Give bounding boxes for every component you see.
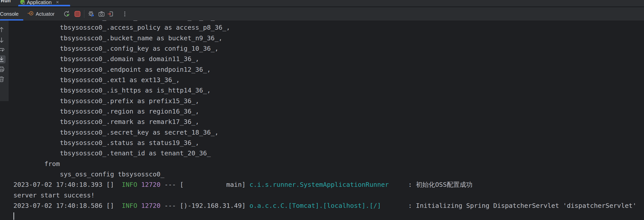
run-tab-strip: Run Application ✕	[0, 0, 644, 7]
console-line: 2023-07-02 17:40:18.586 [] INFO 12720 --…	[13, 200, 644, 211]
console-output: tbsysossco0_.access_key as access_k7_36_…	[0, 21, 644, 220]
console-line: tbsysossco0_.domain as domain11_36_,	[13, 54, 644, 64]
console-line: tbsysossco0_.tenant_id as tenant_20_36_	[13, 148, 644, 158]
console-line: tbsysossco0_.access_key as access_k7_36_…	[13, 21, 644, 22]
camera-icon[interactable]	[98, 11, 105, 17]
console-output-area[interactable]: tbsysossco0_.access_key as access_k7_36_…	[0, 21, 644, 220]
tab-application-label: Application	[27, 0, 52, 5]
console-line: tbsysossco0_.endpoint as endpoin12_36_,	[13, 64, 644, 75]
rerun-button[interactable]	[64, 11, 70, 17]
text-caret	[13, 212, 14, 220]
stop-button[interactable]	[74, 11, 81, 17]
tab-selected-underline	[18, 5, 70, 6]
console-line	[13, 211, 644, 220]
actuator-icon	[27, 10, 34, 18]
tab-actuator-label: Actuator	[36, 11, 54, 17]
tab-actuator[interactable]: Actuator	[27, 7, 54, 21]
console-line: sys_oss_config tbsysossco0_	[13, 169, 644, 179]
console-line: tbsysossco0_.bucket_name as bucket_n9_36…	[13, 33, 644, 43]
run-toolbar: Console Actuator	[0, 7, 644, 21]
more-options-icon[interactable]	[122, 11, 128, 17]
console-line: 2023-07-02 17:40:18.393 [] INFO 12720 --…	[13, 179, 644, 190]
run-tool-window: Run Application ✕ Console	[0, 0, 644, 220]
console-line: tbsysossco0_.access_policy as access_p8_…	[13, 22, 644, 33]
toolbar-separator	[84, 10, 84, 18]
exit-icon[interactable]	[107, 11, 114, 17]
console-line: tbsysossco0_.prefix as prefix15_36_,	[13, 96, 644, 106]
tab-console[interactable]: Console	[0, 7, 21, 21]
console-line: tbsysossco0_.region as region16_36_,	[13, 106, 644, 117]
console-line: tbsysossco0_.status as status19_36_,	[13, 138, 644, 148]
close-tab-icon[interactable]: ✕	[56, 0, 59, 5]
console-line: tbsysossco0_.is_https as is_http14_36_,	[13, 85, 644, 96]
console-line: from	[13, 159, 644, 169]
console-line: tbsysossco0_.secret_key as secret_18_36_…	[13, 127, 644, 138]
console-line: server start success!	[13, 190, 644, 200]
tool-window-title: Run	[1, 0, 11, 4]
console-line: tbsysossco0_.ext1 as ext13_36_,	[13, 75, 644, 85]
console-line: tbsysossco0_.remark as remark17_36_,	[13, 117, 644, 127]
attach-debugger-button[interactable]	[88, 11, 94, 17]
tab-console-label: Console	[0, 11, 18, 17]
console-line: tbsysossco0_.config_key as config_10_36_…	[13, 43, 644, 54]
